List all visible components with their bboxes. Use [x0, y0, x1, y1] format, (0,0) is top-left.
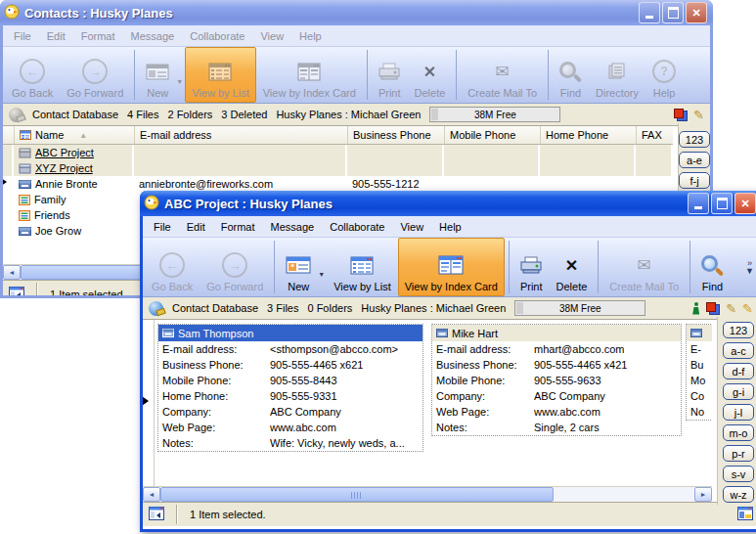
view-by-index-card-icon — [438, 252, 464, 278]
column-fax[interactable]: FAX — [636, 126, 673, 144]
menu-message[interactable]: Message — [263, 219, 323, 235]
maximize-button[interactable] — [711, 193, 733, 214]
menu-file[interactable]: File — [6, 28, 39, 44]
column-name[interactable]: Name ▲ — [14, 126, 134, 144]
alpha-tab-123[interactable]: 123 — [723, 322, 754, 338]
create-mail-to-button[interactable]: ✉ Create Mail To — [602, 238, 686, 296]
scrollbar-thumb[interactable] — [160, 487, 554, 502]
view-by-index-card-button[interactable]: View by Index Card — [256, 47, 363, 103]
directory-button[interactable]: Directory — [589, 47, 645, 103]
alpha-tab-s-v[interactable]: s-v — [723, 466, 754, 482]
print-button[interactable]: Print — [513, 238, 550, 296]
delete-button[interactable]: ✕ Delete — [408, 47, 453, 103]
alpha-tab-m-o[interactable]: m-o — [723, 424, 754, 441]
find-button[interactable]: Find — [694, 238, 731, 296]
scroll-right-icon[interactable]: ► — [694, 487, 712, 502]
panel-toggle-icon[interactable] — [9, 287, 24, 296]
alpha-tab-p-r[interactable]: p-r — [723, 445, 754, 462]
go-forward-button[interactable]: → Go Forward — [200, 238, 270, 296]
menu-bar: File Edit Format Message Collaborate Vie… — [3, 25, 710, 47]
close-button[interactable]: ✕ — [686, 2, 707, 23]
menu-format[interactable]: Format — [213, 219, 263, 235]
column-home-phone[interactable]: Home Phone — [540, 126, 636, 144]
go-back-button[interactable]: ← Go Back — [145, 238, 200, 296]
card-header[interactable]: Mike Hart — [432, 325, 681, 341]
menu-format[interactable]: Format — [73, 28, 123, 44]
layers-icon[interactable] — [674, 109, 688, 121]
menu-edit[interactable]: Edit — [179, 219, 213, 235]
menu-collaborate[interactable]: Collaborate — [182, 28, 252, 44]
card-partial[interactable]: E- Bu Mo Co No — [686, 324, 712, 421]
alpha-tab-f-j[interactable]: f-j — [679, 172, 710, 189]
view-by-list-button[interactable]: View by List — [185, 47, 256, 103]
preview-pane-icon[interactable] — [737, 507, 753, 522]
new-button[interactable]: New — [139, 47, 176, 103]
alpha-tab-123[interactable]: 123 — [679, 131, 710, 148]
create-mail-to-button[interactable]: ✉ Create Mail To — [461, 47, 544, 103]
maximize-button[interactable] — [662, 2, 684, 23]
alpha-tab-a-c[interactable]: a-c — [723, 342, 754, 359]
list-item-annie-bronte[interactable]: Annie Bronte anniebronte@fireworks.com 9… — [3, 176, 673, 192]
alpha-tab-d-f[interactable]: d-f — [723, 363, 754, 379]
horizontal-scrollbar[interactable]: ◄ ► — [143, 486, 712, 502]
menu-view[interactable]: View — [392, 219, 431, 235]
alpha-tab-g-i[interactable]: g-i — [723, 383, 754, 400]
card-header[interactable]: Sam Thompson — [158, 325, 422, 341]
menu-view[interactable]: View — [252, 28, 291, 44]
find-button[interactable]: Find — [553, 47, 589, 103]
new-dropdown-icon[interactable]: ▼ — [318, 271, 325, 278]
delete-button[interactable]: ✕ Delete — [550, 238, 595, 296]
go-forward-button[interactable]: → Go Forward — [60, 47, 130, 103]
go-forward-icon: → — [82, 59, 108, 84]
menu-file[interactable]: File — [146, 219, 179, 235]
go-back-button[interactable]: ← Go Back — [5, 47, 60, 103]
card-sam-thompson[interactable]: Sam Thompson E-mail address:<sthompson@a… — [157, 324, 423, 452]
gold-pen-icon[interactable]: ✎ — [742, 301, 753, 316]
list-item-xyz-project[interactable]: XYZ Project — [3, 160, 673, 176]
alpha-tab-a-e[interactable]: a-e — [679, 152, 710, 168]
view-by-index-card-button[interactable]: View by Index Card — [398, 238, 505, 296]
list-header: Name ▲ E-mail address Business Phone Mob… — [3, 126, 673, 145]
print-button[interactable]: Print — [372, 47, 408, 103]
abc-titlebar[interactable]: ABC Project : Husky Planes ✕ — [140, 191, 756, 216]
toolbar-overflow-icon[interactable]: »▼ — [742, 238, 756, 296]
person-icon[interactable] — [691, 302, 700, 315]
abc-project-window: ABC Project : Husky Planes ✕ File Edit F… — [140, 191, 756, 532]
column-email[interactable]: E-mail address — [134, 126, 347, 144]
print-icon — [378, 59, 400, 84]
pencil-icon[interactable]: ✎ — [726, 301, 736, 316]
contacts-titlebar[interactable]: Contacts : Husky Planes ✕ — [0, 0, 713, 25]
menu-help[interactable]: Help — [291, 28, 330, 44]
desktop: Contacts : Husky Planes ✕ File Edit Form… — [0, 0, 756, 534]
status-bar: 1 Item selected. — [143, 502, 756, 526]
close-icon: ✕ — [691, 7, 700, 20]
layers-icon[interactable] — [706, 302, 720, 315]
card-name: Sam Thompson — [178, 328, 253, 339]
menu-message[interactable]: Message — [123, 28, 183, 44]
scroll-left-icon[interactable]: ◄ — [3, 265, 21, 280]
card-mike-hart[interactable]: Mike Hart E-mail address:mhart@abcco.com… — [431, 324, 682, 436]
card-header[interactable] — [687, 325, 712, 341]
menu-bar: File Edit Format Message Collaborate Vie… — [143, 216, 756, 238]
new-dropdown-icon[interactable]: ▼ — [176, 78, 183, 85]
close-button[interactable]: ✕ — [734, 193, 756, 214]
column-mobile-phone[interactable]: Mobile Phone — [444, 126, 540, 144]
column-business-phone[interactable]: Business Phone — [347, 126, 444, 144]
menu-collaborate[interactable]: Collaborate — [322, 219, 392, 235]
minimize-button[interactable] — [688, 193, 709, 214]
panel-toggle-icon[interactable] — [149, 507, 164, 522]
menu-help[interactable]: Help — [431, 219, 469, 235]
scrollbar-track[interactable] — [554, 487, 694, 502]
new-icon — [286, 252, 311, 278]
toolbar-separator — [689, 241, 690, 293]
new-button[interactable]: New — [279, 238, 318, 296]
menu-edit[interactable]: Edit — [39, 28, 73, 44]
alpha-tab-w-z[interactable]: w-z — [723, 486, 754, 503]
scroll-left-icon[interactable]: ◄ — [143, 487, 160, 502]
list-item-abc-project[interactable]: ABC Project — [3, 145, 673, 160]
minimize-button[interactable] — [639, 2, 660, 23]
alpha-tab-j-l[interactable]: j-l — [723, 404, 754, 421]
view-by-list-button[interactable]: View by List — [327, 238, 398, 296]
help-button[interactable]: ? Help — [645, 47, 683, 103]
pencil-icon[interactable]: ✎ — [693, 108, 704, 122]
